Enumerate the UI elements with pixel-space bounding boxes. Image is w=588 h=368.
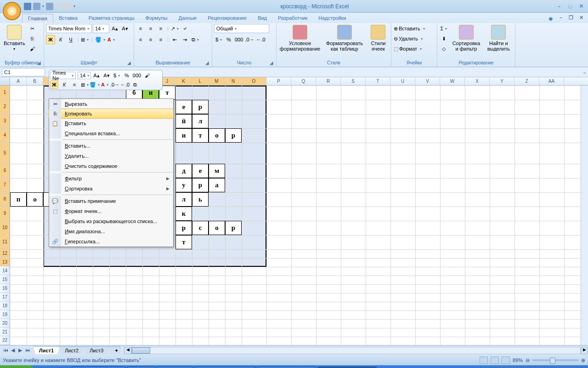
crossword-cell[interactable]: е — [192, 164, 209, 178]
fill-color-button[interactable]: 🪣 — [95, 35, 106, 44]
grow-font-icon[interactable]: A▴ — [110, 24, 119, 33]
row-header[interactable]: 22 — [0, 336, 10, 345]
underline-button[interactable]: Ч — [66, 35, 75, 44]
row-header[interactable]: 1 — [0, 86, 10, 100]
format-painter-icon[interactable]: 🖌 — [28, 44, 37, 53]
mini-shrink-font-icon[interactable]: A▾ — [102, 71, 111, 80]
quickprint-icon[interactable] — [55, 3, 62, 10]
expand-formula-bar-icon[interactable]: ⌄ — [581, 69, 588, 75]
row-header[interactable]: 10 — [0, 220, 10, 235]
row-header[interactable]: 8 — [0, 192, 10, 207]
vertical-scrollbar[interactable] — [581, 86, 588, 345]
dialog-launcher-icon[interactable]: ◢ — [269, 60, 274, 66]
crossword-cell[interactable]: п — [10, 192, 27, 207]
crossword-cell[interactable]: с — [192, 221, 209, 235]
mini-bold-button[interactable]: Ж — [50, 80, 58, 89]
crossword-cell[interactable]: а — [209, 178, 225, 192]
mini-currency-icon[interactable]: $ — [113, 71, 121, 80]
column-header[interactable]: N — [225, 77, 242, 85]
column-header[interactable]: Y — [490, 77, 514, 85]
crossword-cell[interactable]: р — [175, 221, 192, 235]
minimize-button[interactable]: – — [554, 3, 564, 10]
copy-icon[interactable]: ⎘ — [28, 34, 37, 43]
context-menu-item[interactable]: 📋Вставить — [49, 118, 173, 128]
bold-button[interactable]: Ж — [46, 35, 55, 44]
conditional-formatting-button[interactable]: Условное форматирование — [278, 24, 322, 52]
workbook-restore-button[interactable]: ❐ — [566, 14, 576, 21]
mini-decrease-decimal-icon[interactable]: ←.0 — [121, 80, 129, 89]
row-header[interactable]: 21 — [0, 328, 10, 336]
column-header[interactable]: AA — [539, 77, 564, 85]
mini-font-select[interactable]: Times Ne — [50, 72, 76, 79]
crossword-cell[interactable]: о — [27, 192, 43, 207]
column-header[interactable]: R — [316, 77, 341, 85]
shrink-font-icon[interactable]: A▾ — [120, 24, 130, 33]
currency-button[interactable]: $ — [214, 35, 223, 44]
horizontal-scrollbar[interactable]: ◀▶ — [124, 347, 588, 354]
mini-italic-button[interactable]: К — [60, 80, 68, 89]
align-right-icon[interactable]: ≡ — [156, 35, 165, 44]
crossword-cell[interactable]: у — [175, 178, 192, 192]
prev-sheet-button[interactable]: ◀ — [9, 347, 17, 353]
redo-icon[interactable] — [46, 3, 53, 10]
orientation-icon[interactable]: ↗ — [170, 24, 180, 33]
number-format-select[interactable]: Общий — [214, 24, 269, 33]
crossword-cell[interactable]: т — [192, 128, 209, 143]
tab-formulas[interactable]: Формулы — [140, 14, 173, 23]
increase-indent-icon[interactable]: ⇥ — [181, 35, 190, 44]
row-header[interactable]: 12 — [0, 249, 10, 258]
column-header[interactable]: M — [209, 77, 225, 85]
column-header[interactable]: W — [440, 77, 465, 85]
help-icon[interactable]: ◉ — [548, 16, 553, 22]
font-size-select[interactable]: 14 — [93, 24, 109, 33]
column-header[interactable]: X — [465, 77, 490, 85]
dialog-launcher-icon[interactable]: ◢ — [36, 60, 42, 66]
start-button[interactable]: пуск — [0, 365, 34, 368]
preview-icon[interactable] — [64, 3, 72, 10]
mini-font-color-button[interactable]: A — [101, 80, 109, 89]
normal-view-button[interactable] — [480, 356, 488, 364]
row-header[interactable]: 15 — [0, 275, 10, 284]
tab-insert[interactable]: Вставка — [53, 14, 83, 23]
crossword-cell[interactable]: о — [209, 221, 225, 235]
sheet-tab[interactable]: Лист2 — [59, 346, 85, 354]
row-header[interactable]: 4 — [0, 128, 10, 143]
row-header[interactable]: 14 — [0, 266, 10, 275]
column-header[interactable]: A — [10, 77, 27, 85]
column-header[interactable]: B — [27, 77, 43, 85]
row-header[interactable]: 2 — [0, 100, 10, 114]
comma-button[interactable]: 000 — [234, 35, 243, 44]
column-header[interactable]: K — [175, 77, 192, 85]
zoom-in-button[interactable]: ⊕ — [581, 357, 585, 363]
font-color-button[interactable]: A — [107, 35, 116, 44]
row-header[interactable]: 5 — [0, 143, 10, 164]
crossword-cell[interactable]: и — [175, 128, 192, 143]
percent-button[interactable]: % — [224, 35, 233, 44]
delete-cells-button[interactable]: ⊖ Удалить — [393, 34, 435, 43]
context-menu-item[interactable]: Специальная вставка... — [49, 128, 173, 138]
context-menu-item[interactable]: Сортировка▶ — [49, 184, 173, 194]
decrease-indent-icon[interactable]: ⇤ — [170, 35, 180, 44]
office-button[interactable] — [3, 2, 21, 20]
new-sheet-button[interactable]: ✦ — [108, 346, 120, 355]
last-sheet-button[interactable]: ⏭ — [24, 347, 31, 353]
align-top-icon[interactable]: ≡ — [136, 24, 145, 33]
clear-button[interactable]: ◇ — [439, 44, 448, 53]
mini-merge-icon[interactable]: ⧉ — [131, 80, 139, 89]
column-header[interactable]: T — [366, 77, 390, 85]
row-header[interactable]: 7 — [0, 178, 10, 192]
crossword-cell[interactable]: м — [209, 164, 225, 178]
tab-addins[interactable]: Надстройки — [313, 14, 351, 23]
zoom-level[interactable]: 89% — [513, 357, 523, 363]
row-header[interactable]: 6 — [0, 164, 10, 178]
context-menu-item[interactable]: ✂Вырезать — [49, 99, 173, 109]
tab-page-layout[interactable]: Разметка страницы — [83, 14, 140, 23]
sheet-tab[interactable]: Лист1 — [33, 346, 60, 354]
tab-developer[interactable]: Разработчик — [272, 14, 313, 23]
column-header[interactable]: P — [266, 77, 291, 85]
zoom-slider[interactable] — [532, 359, 578, 361]
crossword-cell[interactable]: л — [175, 192, 192, 207]
dialog-launcher-icon[interactable]: ◢ — [204, 60, 210, 66]
first-sheet-button[interactable]: ⏮ — [2, 347, 9, 353]
tab-review[interactable]: Рецензирование — [202, 14, 252, 23]
